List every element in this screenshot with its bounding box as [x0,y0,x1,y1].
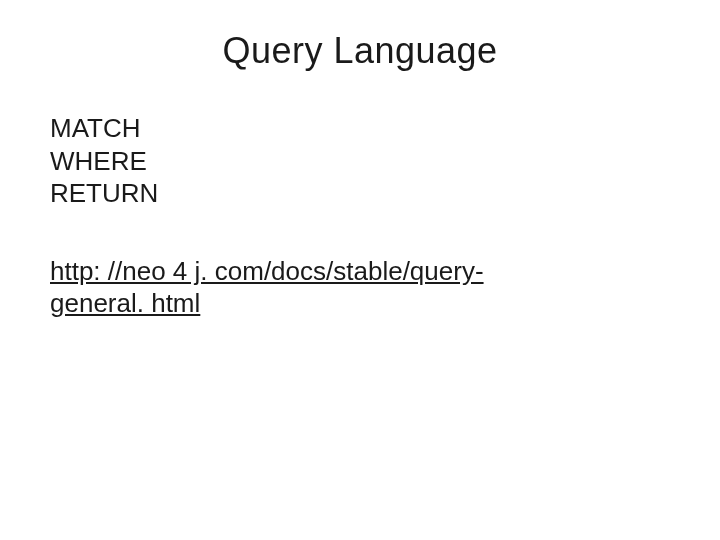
keyword-match: MATCH [50,112,670,145]
docs-link-line2: general. html [50,288,200,318]
docs-link[interactable]: http: //neo 4 j. com/docs/stable/query-g… [50,255,484,320]
keyword-return: RETURN [50,177,670,210]
keyword-where: WHERE [50,145,670,178]
slide-title: Query Language [50,30,670,72]
keyword-list: MATCH WHERE RETURN [50,112,670,210]
docs-link-line1: http: //neo 4 j. com/docs/stable/query- [50,256,484,286]
slide-container: Query Language MATCH WHERE RETURN http: … [0,0,720,540]
